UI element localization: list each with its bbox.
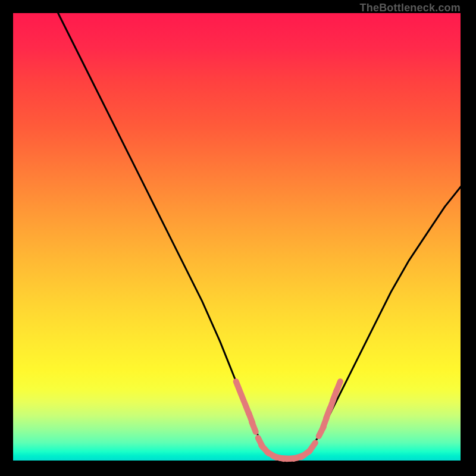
curve-marker	[236, 381, 240, 392]
plot-area	[13, 13, 463, 463]
curve-svg	[13, 13, 463, 463]
curve-marker	[309, 443, 315, 452]
bottleneck-curve	[58, 13, 463, 458]
curve-marker	[252, 422, 256, 432]
chart-container: TheBottleneck.com	[0, 0, 476, 476]
curve-marker	[336, 381, 340, 392]
curve-marker	[240, 393, 245, 403]
watermark-text: TheBottleneck.com	[360, 2, 461, 14]
